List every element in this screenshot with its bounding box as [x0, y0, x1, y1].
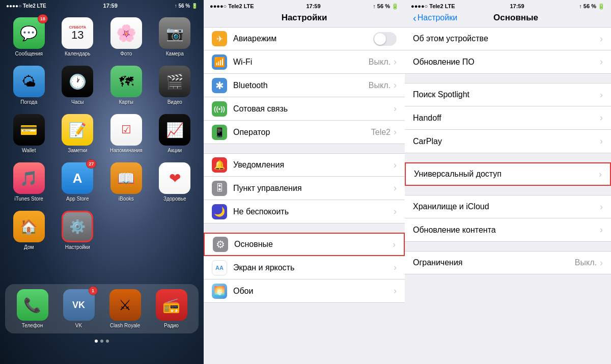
general-label: Основные	[234, 240, 393, 249]
home-icon: 🏠	[13, 211, 45, 242]
app-messages[interactable]: 💬 18 Сообщения	[9, 17, 49, 57]
dock-clash[interactable]: ⚔ Clash Royale	[109, 289, 141, 328]
settings-row-general[interactable]: ⚙ Основные ›	[204, 233, 405, 256]
settings-row-carrier[interactable]: 📱 Оператор Tele2 ›	[204, 121, 405, 144]
general-icon: ⚙	[213, 237, 228, 252]
back-button[interactable]: ‹ Настройки	[413, 13, 457, 23]
general-arrow: ›	[393, 239, 396, 250]
ibooks-icon: 📖	[110, 162, 142, 194]
stocks-label: Акции	[168, 148, 182, 153]
app-calendar[interactable]: суббота 13 Календарь	[58, 17, 98, 57]
dnd-label: Не беспокоить	[233, 207, 394, 216]
notifications-arrow: ›	[394, 160, 397, 171]
airplane-toggle[interactable]	[373, 32, 397, 46]
bluetooth-value: Выкл.	[369, 81, 391, 90]
wallpaper-icon: 🌅	[212, 284, 227, 299]
settings-row-dnd[interactable]: 🌙 Не беспокоить ›	[204, 200, 405, 223]
settings-row-bluetooth[interactable]: ✱ Bluetooth Выкл. ›	[204, 74, 405, 97]
radio-label: Радио	[164, 323, 179, 328]
notifications-icon: 🔔	[212, 157, 227, 173]
handoff-label: Handoff	[413, 114, 600, 123]
settings-row-airplane[interactable]: ✈ Авиарежим	[204, 27, 405, 50]
messages-label: Сообщения	[15, 51, 43, 57]
general-row-bg-refresh[interactable]: Обновление контента ›	[405, 218, 611, 242]
app-camera[interactable]: 📷 Камера	[155, 17, 195, 57]
dot-3	[106, 340, 109, 343]
control-icon: 🎛	[212, 181, 227, 196]
settings-row-wifi[interactable]: 📶 Wi-Fi Выкл. ›	[204, 50, 405, 74]
app-health[interactable]: ❤ Здоровье	[155, 162, 195, 202]
settings-group-3: ⚙ Основные › AA Экран и яркость › 🌅 Обои…	[204, 233, 405, 303]
dnd-icon: 🌙	[212, 204, 227, 219]
storage-arrow: ›	[600, 202, 603, 212]
general-page-title: Основные	[493, 13, 538, 23]
general-carrier: ●●●●○ Tele2 LTE	[411, 3, 455, 10]
general-list: Об этом устройстве › Обновление ПО › Пои…	[405, 27, 611, 364]
general-row-restrictions[interactable]: Ограничения Выкл. ›	[405, 251, 611, 274]
general-row-about[interactable]: Об этом устройстве ›	[405, 27, 611, 50]
settings-group-2: 🔔 Уведомления › 🎛 Пункт управления › 🌙 Н…	[204, 153, 405, 223]
general-row-carplay[interactable]: CarPlay ›	[405, 130, 611, 153]
display-icon: AA	[212, 260, 227, 275]
settings-list: ✈ Авиарежим 📶 Wi-Fi Выкл. › ✱ Bluetooth …	[204, 27, 405, 364]
camera-icon: 📷	[159, 17, 190, 49]
app-stocks[interactable]: 📈 Акции	[155, 114, 195, 153]
vk-badge: 1	[89, 286, 98, 295]
wallpaper-label: Обои	[233, 287, 394, 296]
app-reminders[interactable]: ☑ Напоминания	[106, 114, 146, 153]
settings-row-wallpaper[interactable]: 🌅 Обои ›	[204, 279, 405, 303]
wallet-icon: 💳	[13, 114, 45, 146]
settings-title: Настройки	[204, 11, 405, 27]
app-notes[interactable]: 📝 Заметки	[58, 114, 98, 153]
photos-icon: 🌸	[110, 17, 142, 49]
bg-refresh-label: Обновление контента	[413, 226, 600, 235]
app-settings[interactable]: ⚙️ Настройки	[58, 211, 98, 250]
health-label: Здоровье	[163, 196, 186, 202]
update-arrow: ›	[600, 57, 603, 67]
app-ibooks[interactable]: 📖 iBooks	[106, 162, 146, 202]
settings-row-notifications[interactable]: 🔔 Уведомления ›	[204, 153, 405, 177]
photos-label: Фото	[120, 51, 132, 57]
dock-radio[interactable]: 📻 Радио	[156, 289, 187, 328]
carplay-label: CarPlay	[413, 137, 600, 146]
app-video[interactable]: 🎬 Видео	[155, 66, 195, 105]
dot-2	[100, 340, 103, 343]
stocks-icon: 📈	[159, 114, 190, 146]
dnd-arrow: ›	[394, 206, 397, 217]
app-photos[interactable]: 🌸 Фото	[106, 17, 146, 57]
general-row-accessibility[interactable]: Универсальный доступ ›	[405, 162, 611, 186]
dock-phone[interactable]: 📞 Телефон	[17, 289, 48, 328]
settings-row-display[interactable]: AA Экран и яркость ›	[204, 256, 405, 279]
wifi-arrow: ›	[394, 57, 397, 67]
settings-row-control[interactable]: 🎛 Пункт управления ›	[204, 177, 405, 200]
battery-area: ↑ 56 % 🔋	[175, 3, 198, 9]
app-appstore[interactable]: A 27 App Store	[58, 162, 98, 202]
wallpaper-arrow: ›	[394, 286, 397, 296]
app-weather[interactable]: 🌤 Погода	[9, 66, 49, 105]
about-label: Об этом устройстве	[413, 34, 600, 43]
settings-status-bar: ●●●●○ Tele2 LTE 17:59 ↑ 56 % 🔋	[204, 0, 405, 11]
settings-row-cellular[interactable]: ((•)) Сотовая связь ›	[204, 97, 405, 121]
general-divider-4	[405, 242, 611, 251]
app-wallet[interactable]: 💳 Wallet	[9, 114, 49, 153]
dock-vk[interactable]: VK 1 VK	[63, 289, 95, 328]
weather-label: Погода	[20, 99, 37, 105]
general-row-update[interactable]: Обновление ПО ›	[405, 50, 611, 74]
app-itunes[interactable]: 🎵 iTunes Store	[9, 162, 49, 202]
wifi-icon: 📶	[212, 54, 227, 70]
app-home[interactable]: 🏠 Дом	[9, 211, 49, 250]
spotlight-arrow: ›	[600, 90, 603, 100]
messages-icon: 💬 18	[13, 17, 45, 49]
app-maps[interactable]: 🗺 Карты	[106, 66, 146, 105]
phone-icon: 📞	[17, 289, 48, 321]
clash-label: Clash Royale	[110, 323, 140, 328]
general-row-spotlight[interactable]: Поиск Spotlight ›	[405, 83, 611, 106]
control-arrow: ›	[394, 183, 397, 193]
divider-1	[204, 144, 405, 153]
general-row-storage[interactable]: Хранилище и iCloud ›	[405, 195, 611, 218]
bluetooth-icon: ✱	[212, 78, 227, 93]
handoff-arrow: ›	[600, 113, 603, 123]
divider-2	[204, 223, 405, 233]
app-clock[interactable]: 🕐 Часы	[58, 66, 98, 105]
general-row-handoff[interactable]: Handoff ›	[405, 106, 611, 130]
